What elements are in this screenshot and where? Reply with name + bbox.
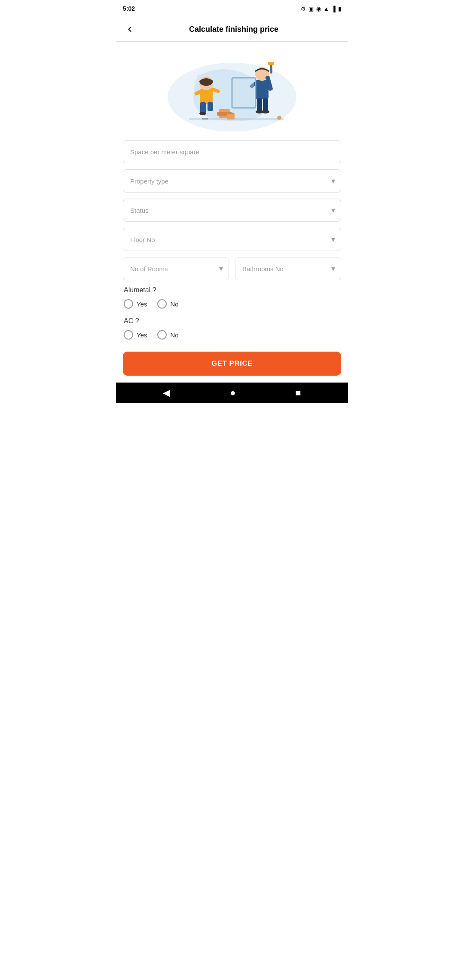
svg-rect-23 — [227, 113, 235, 119]
no-of-rooms-wrapper: No of Rooms 1 2 3 4 5 ▾ — [123, 257, 229, 280]
rooms-bathrooms-row: No of Rooms 1 2 3 4 5 ▾ Bathrooms No 1 2… — [123, 257, 341, 280]
location-icon: ◉ — [316, 6, 321, 12]
ac-label: AC ? — [124, 317, 340, 325]
settings-icon: ⚙ — [301, 6, 306, 12]
alumetal-radio-group: Yes No — [124, 299, 340, 309]
alumetal-yes-option[interactable]: Yes — [124, 299, 147, 309]
battery-icon: ▮ — [338, 6, 341, 12]
svg-rect-24 — [228, 113, 234, 114]
wifi-icon: ▲ — [324, 6, 329, 12]
nav-back-button[interactable]: ◀ — [163, 387, 170, 398]
ac-yes-option[interactable]: Yes — [124, 330, 147, 340]
ac-yes-label: Yes — [137, 331, 147, 339]
status-bar: 5:02 ⚙ ▣ ◉ ▲ ▐ ▮ — [116, 0, 348, 17]
status-wrapper: Status New Used ▾ — [123, 199, 341, 222]
bathrooms-no-wrapper: Bathrooms No 1 2 3 4 ▾ — [235, 257, 341, 280]
svg-point-20 — [262, 110, 269, 113]
ac-yes-radio[interactable] — [124, 330, 133, 340]
property-type-wrapper: Property type Apartment Villa Office ▾ — [123, 169, 341, 193]
ac-no-label: No — [170, 331, 178, 339]
alumetal-question-group: Alumetal ? Yes No — [123, 286, 341, 309]
property-type-select[interactable]: Property type Apartment Villa Office — [123, 169, 341, 193]
ac-no-radio[interactable] — [157, 330, 167, 340]
bathrooms-no-select[interactable]: Bathrooms No 1 2 3 4 — [235, 257, 341, 280]
page-title: Calculate finishing price — [137, 25, 331, 34]
alumetal-yes-label: Yes — [137, 300, 147, 308]
nav-recent-icon: ■ — [295, 387, 301, 398]
illustration-container — [116, 46, 348, 140]
svg-rect-18 — [263, 98, 268, 111]
status-time: 5:02 — [123, 5, 135, 12]
signal-icon: ▐ — [332, 6, 336, 12]
nav-back-icon: ◀ — [163, 387, 170, 398]
floor-no-wrapper: Floor No 1 2 3 4 5 ▾ — [123, 228, 341, 251]
app-header: Calculate finishing price — [116, 17, 348, 42]
svg-rect-17 — [257, 98, 262, 111]
svg-point-26 — [277, 116, 281, 120]
navigation-bar: ◀ ● ■ — [116, 383, 348, 403]
back-arrow-icon — [125, 24, 135, 34]
space-input[interactable] — [123, 140, 341, 163]
svg-rect-5 — [208, 102, 213, 111]
status-icons: ⚙ ▣ ◉ ▲ ▐ ▮ — [301, 6, 341, 12]
get-price-button[interactable]: GET PRICE — [123, 352, 341, 376]
hero-illustration — [163, 54, 301, 132]
nav-home-icon: ● — [230, 387, 235, 398]
form-container: Property type Apartment Villa Office ▾ S… — [116, 140, 348, 383]
floor-no-select[interactable]: Floor No 1 2 3 4 5 — [123, 228, 341, 251]
status-select[interactable]: Status New Used — [123, 199, 341, 222]
alumetal-no-option[interactable]: No — [157, 299, 178, 309]
alumetal-no-label: No — [170, 300, 178, 308]
ac-question-group: AC ? Yes No — [123, 317, 341, 340]
nav-home-button[interactable]: ● — [230, 387, 235, 398]
ac-no-option[interactable]: No — [157, 330, 178, 340]
back-button[interactable] — [123, 22, 137, 36]
sim-icon: ▣ — [308, 6, 314, 12]
svg-point-6 — [199, 112, 206, 115]
nav-recent-button[interactable]: ■ — [295, 387, 301, 398]
alumetal-no-radio[interactable] — [157, 299, 167, 309]
no-of-rooms-select[interactable]: No of Rooms 1 2 3 4 5 — [123, 257, 229, 280]
ac-radio-group: Yes No — [124, 330, 340, 340]
svg-rect-25 — [202, 118, 208, 119]
svg-rect-16 — [268, 62, 274, 65]
alumetal-label: Alumetal ? — [124, 286, 340, 294]
alumetal-yes-radio[interactable] — [124, 299, 133, 309]
svg-rect-4 — [200, 102, 206, 113]
svg-rect-22 — [233, 79, 254, 107]
